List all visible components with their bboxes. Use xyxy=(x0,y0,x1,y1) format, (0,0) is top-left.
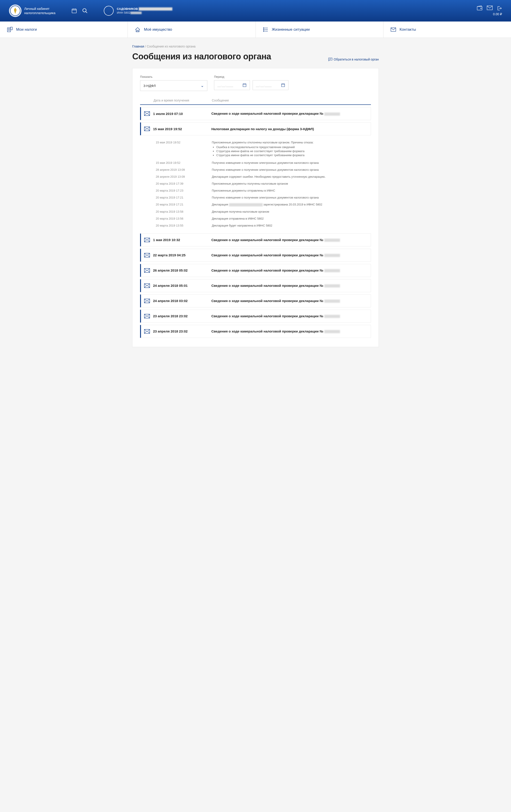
redacted-number xyxy=(324,269,340,272)
message-date: 1 июля 2019 07:10 xyxy=(153,112,211,116)
envelope-icon xyxy=(144,284,153,288)
svg-point-8 xyxy=(263,28,264,28)
property-icon xyxy=(135,26,141,33)
user-inn: ИНН 5802 xyxy=(117,11,131,14)
message-row[interactable]: 23 апреля 2018 23:02Сведения о ходе каме… xyxy=(140,325,371,338)
contact-tax-link[interactable]: Обратиться в налоговый орган xyxy=(328,57,379,61)
message-row[interactable]: 24 апреля 2018 05:01Сведения о ходе каме… xyxy=(140,279,371,292)
show-select[interactable]: 3-НДФЛ ⌄ xyxy=(140,80,207,91)
app-title-line2: налогоплательщика xyxy=(24,11,55,15)
nav-situations[interactable]: Жизненные ситуации xyxy=(256,22,384,38)
nav-contacts-label: Контакты xyxy=(400,27,416,32)
svg-point-10 xyxy=(263,31,264,32)
history-date: 20 марта 2019 13:56 xyxy=(156,217,212,220)
search-icon[interactable] xyxy=(82,8,88,14)
date-to-input[interactable]: __.__.____ xyxy=(253,80,288,90)
redacted-number xyxy=(324,330,340,333)
user-block[interactable]: САДОВНИКОВ ИНН 5802 xyxy=(104,6,172,16)
envelope-icon xyxy=(144,314,153,318)
svg-point-3 xyxy=(83,8,86,12)
wallet-icon[interactable] xyxy=(477,6,483,11)
message-date: 24 апреля 2018 05:01 xyxy=(153,284,211,288)
message-row[interactable]: 1 мая 2019 10:32Сведения о ходе камераль… xyxy=(140,233,371,246)
history-text: Приложенные документы отклонены налоговы… xyxy=(212,141,371,157)
history-text: Получено извещение о получении электронн… xyxy=(212,168,371,171)
message-row[interactable]: 22 марта 2019 04:25Сведения о ходе камер… xyxy=(140,249,371,262)
history-row: 20 марта 2019 17:23Приложенные документы… xyxy=(156,187,371,194)
message-subject: Налоговая декларация по налогу на доходы… xyxy=(211,127,368,131)
contacts-icon xyxy=(390,26,396,33)
redacted-number xyxy=(324,113,340,116)
message-subject: Сведения о ходе камеральной налоговой пр… xyxy=(211,112,368,115)
chat-icon xyxy=(328,57,332,61)
calendar-icon[interactable] xyxy=(71,8,77,14)
message-row[interactable]: 24 апреля 2018 03:02Сведения о ходе каме… xyxy=(140,294,371,308)
message-date: 1 мая 2019 10:32 xyxy=(153,238,211,242)
contact-link-label: Обратиться в налоговый орган xyxy=(334,58,379,61)
logout-icon[interactable] xyxy=(496,6,502,11)
message-row[interactable]: 26 апреля 2018 05:02Сведения о ходе каме… xyxy=(140,264,371,277)
message-subject: Сведения о ходе камеральной налоговой пр… xyxy=(211,238,368,242)
logo-block[interactable]: Личный кабинет налогоплательщика xyxy=(9,4,55,17)
message-subject: Сведения о ходе камеральной налоговой пр… xyxy=(211,314,368,318)
svg-rect-7 xyxy=(7,28,10,32)
calendar-small-icon xyxy=(281,83,285,87)
redacted-inn xyxy=(131,12,142,14)
redacted-text xyxy=(229,203,263,206)
redacted-number xyxy=(324,239,340,242)
date-from-input[interactable]: __.__.____ xyxy=(214,80,250,90)
taxes-icon xyxy=(7,26,13,33)
history-date: 28 апреля 2019 13:09 xyxy=(156,168,212,171)
history-row: 20 марта 2019 13:56Декларация отправлена… xyxy=(156,215,371,222)
history-date: 20 марта 2019 17:39 xyxy=(156,182,212,185)
nav-property-label: Моё имущество xyxy=(144,27,172,32)
message-history: 15 мая 2019 19:52Приложенные документы о… xyxy=(140,138,371,233)
message-subject: Сведения о ходе камеральной налоговой пр… xyxy=(211,329,368,333)
show-value: 3-НДФЛ xyxy=(143,84,156,88)
history-text: Получено извещение о получении электронн… xyxy=(212,196,371,199)
history-row: 15 мая 2019 19:52Приложенные документы о… xyxy=(156,139,371,159)
fns-logo-icon xyxy=(9,4,22,17)
svg-point-5 xyxy=(481,8,481,9)
breadcrumb-current: Сообщения из налогового органа xyxy=(147,45,195,48)
history-date: 20 марта 2019 17:21 xyxy=(156,203,212,206)
message-row[interactable]: 23 апреля 2018 23:02Сведения о ходе каме… xyxy=(140,310,371,323)
nav-contacts[interactable]: Контакты xyxy=(384,22,511,38)
message-row[interactable]: 15 мая 2019 19:52Налоговая декларация по… xyxy=(140,122,371,135)
history-text: Декларация зарегистрирована 20.03.2019 в… xyxy=(212,203,371,206)
message-subject: Сведения о ходе камеральной налоговой пр… xyxy=(211,299,368,303)
envelope-icon xyxy=(144,111,153,116)
messages-list: 1 июля 2019 07:10Сведения о ходе камерал… xyxy=(140,107,371,338)
table-header: Дата и время получения Сообщение xyxy=(140,96,371,105)
redacted-number xyxy=(324,315,340,318)
history-row: 15 мая 2019 19:52Получено извещение о по… xyxy=(156,159,371,166)
nav-taxes-label: Мои налоги xyxy=(16,27,37,32)
envelope-icon xyxy=(144,268,153,273)
message-date: 22 марта 2019 04:25 xyxy=(153,253,211,257)
history-row: 20 марта 2019 13:58Декларация получена н… xyxy=(156,208,371,215)
history-row: 20 марта 2019 17:39Приложенные документы… xyxy=(156,180,371,187)
history-text: Декларация получена налоговым органом xyxy=(212,210,371,213)
period-label: Период xyxy=(214,75,288,79)
breadcrumb-home[interactable]: Главная xyxy=(132,45,144,48)
col-date: Дата и время получения xyxy=(153,98,212,102)
history-row: 20 марта 2019 17:21Получено извещение о … xyxy=(156,194,371,201)
situations-icon xyxy=(262,26,269,33)
history-text: Приложенные документы отправлены в ИФНС xyxy=(212,189,371,192)
redacted-number xyxy=(324,284,340,288)
nav-property[interactable]: Моё имущество xyxy=(128,22,256,38)
svg-point-9 xyxy=(263,29,264,30)
message-date: 24 апреля 2018 03:02 xyxy=(153,299,211,303)
history-text: Декларация будет направлена в ИФНС 5802 xyxy=(212,224,371,227)
envelope-icon xyxy=(144,299,153,303)
message-date: 15 мая 2019 19:52 xyxy=(153,127,211,131)
mail-icon[interactable] xyxy=(487,6,493,11)
redacted-name xyxy=(139,7,172,10)
history-date: 28 апреля 2019 13:09 xyxy=(156,175,212,178)
history-row: 28 апреля 2019 13:09Декларация содержит … xyxy=(156,173,371,180)
redacted-number xyxy=(324,299,340,303)
history-date: 20 марта 2019 13:58 xyxy=(156,210,212,213)
nav-taxes[interactable]: Мои налоги xyxy=(0,22,128,38)
message-row[interactable]: 1 июля 2019 07:10Сведения о ходе камерал… xyxy=(140,107,371,120)
svg-rect-2 xyxy=(72,9,77,13)
